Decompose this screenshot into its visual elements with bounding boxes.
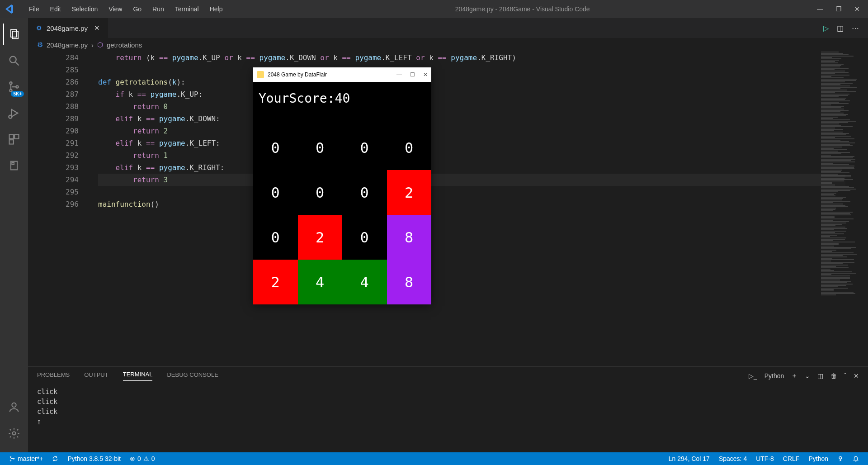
menu-view[interactable]: View: [103, 5, 127, 13]
game-cell: 0: [342, 125, 387, 170]
game-cell: 0: [253, 170, 298, 215]
menu-help[interactable]: Help: [204, 5, 228, 13]
breadcrumb[interactable]: ⚙ 2048game.py › ⬡ getrotations: [28, 38, 868, 52]
terminal-output[interactable]: clickclickclick▯: [28, 385, 868, 452]
menu-go[interactable]: Go: [127, 5, 147, 13]
game-cell: 0: [342, 170, 387, 215]
close-panel-icon[interactable]: ✕: [854, 372, 859, 380]
minimap[interactable]: [821, 52, 866, 366]
breadcrumb-symbol: getrotations: [107, 41, 142, 49]
status-eol[interactable]: CRLF: [778, 455, 804, 462]
svg-rect-1: [12, 31, 18, 38]
game-cell: 8: [387, 260, 432, 304]
menu-selection[interactable]: Selection: [66, 5, 104, 13]
svg-rect-10: [14, 135, 19, 139]
bookmark-icon[interactable]: [3, 155, 25, 176]
svg-rect-9: [9, 135, 14, 139]
tab-bar: ⚙ 2048game.py ✕ ▷ ◫ ⋯: [28, 18, 868, 38]
svg-point-8: [9, 115, 12, 119]
game-window-title: 2048 Game by DataFlair: [268, 71, 396, 78]
game-cell: 0: [342, 215, 387, 260]
bottom-panel: PROBLEMS OUTPUT TERMINAL DEBUG CONSOLE ▷…: [28, 366, 868, 452]
panel-tab-output[interactable]: OUTPUT: [84, 371, 108, 381]
game-cell: 0: [298, 125, 343, 170]
function-symbol-icon: ⬡: [97, 41, 103, 49]
status-cursor[interactable]: Ln 294, Col 17: [664, 455, 714, 462]
scm-badge: 5K+: [11, 91, 24, 97]
game-close-icon[interactable]: ✕: [423, 71, 428, 78]
new-terminal-icon[interactable]: ＋: [791, 372, 797, 380]
status-spaces[interactable]: Spaces: 4: [714, 455, 751, 462]
close-icon[interactable]: ✕: [854, 5, 860, 13]
svg-rect-0: [11, 30, 17, 37]
more-actions-icon[interactable]: ⋯: [852, 24, 859, 33]
split-editor-icon[interactable]: ◫: [837, 24, 844, 33]
minimize-icon[interactable]: —: [817, 5, 823, 13]
python-file-icon: ⚙: [36, 24, 42, 32]
menu-terminal[interactable]: Terminal: [170, 5, 204, 13]
svg-point-17: [10, 460, 11, 461]
panel-tab-terminal[interactable]: TERMINAL: [123, 371, 153, 381]
pygame-app-icon: [257, 71, 264, 78]
game-maximize-icon[interactable]: ☐: [410, 71, 415, 78]
extensions-icon[interactable]: [3, 128, 25, 150]
split-terminal-icon[interactable]: ◫: [817, 372, 823, 380]
run-debug-icon[interactable]: [3, 102, 25, 124]
game-cell: 2: [298, 215, 343, 260]
menu-edit[interactable]: Edit: [45, 5, 66, 13]
menu-run[interactable]: Run: [147, 5, 170, 13]
source-control-icon[interactable]: 5K+: [3, 76, 25, 98]
svg-point-15: [13, 432, 16, 435]
window-title: 2048game.py - 2048Game - Visual Studio C…: [228, 5, 817, 13]
game-cell: 8: [387, 215, 432, 260]
game-canvas[interactable]: YourScore:40 0000000202082448: [253, 82, 431, 304]
game-cell: 0: [387, 125, 432, 170]
python-file-icon: ⚙: [37, 41, 43, 49]
status-interpreter[interactable]: Python 3.8.5 32-bit: [63, 455, 125, 462]
line-number-gutter: 284285286287288289290291292293294295296: [28, 52, 91, 366]
run-file-icon[interactable]: ▷: [823, 24, 829, 33]
game-score: YourScore:40: [259, 91, 350, 106]
svg-marker-7: [11, 109, 18, 117]
svg-point-14: [12, 403, 16, 407]
code-content[interactable]: return (k == pygame.K_UP or k == pygame.…: [98, 52, 845, 366]
status-bar: master*+ Python 3.8.5 32-bit ⊗0 ⚠0 Ln 29…: [0, 452, 868, 465]
panel-tab-debug[interactable]: DEBUG CONSOLE: [167, 371, 218, 381]
game-grid: 0000000202082448: [253, 125, 431, 304]
game-cell: 4: [298, 260, 343, 304]
panel-tab-problems[interactable]: PROBLEMS: [37, 371, 70, 381]
svg-point-2: [10, 57, 16, 63]
status-branch[interactable]: master*+: [5, 455, 47, 462]
maximize-icon[interactable]: ❐: [836, 5, 842, 13]
svg-point-4: [9, 82, 12, 84]
terminal-shell-icon: ▷_: [749, 372, 757, 380]
game-minimize-icon[interactable]: —: [396, 71, 402, 78]
explorer-icon[interactable]: [3, 24, 25, 45]
status-problems[interactable]: ⊗0 ⚠0: [125, 455, 160, 462]
chevron-right-icon: ›: [91, 41, 94, 49]
menu-file[interactable]: File: [24, 5, 45, 13]
settings-gear-icon[interactable]: [3, 422, 25, 444]
game-cell: 0: [253, 125, 298, 170]
game-cell: 0: [298, 170, 343, 215]
code-editor[interactable]: 284285286287288289290291292293294295296 …: [28, 52, 868, 366]
terminal-split-chevron-icon[interactable]: ⌄: [805, 372, 810, 380]
status-bell-icon[interactable]: [848, 455, 863, 462]
status-sync-icon[interactable]: [47, 456, 63, 462]
account-icon[interactable]: [3, 396, 25, 418]
kill-terminal-icon[interactable]: 🗑: [830, 372, 837, 380]
breadcrumb-file: 2048game.py: [47, 41, 88, 49]
search-icon[interactable]: [3, 50, 25, 71]
game-window: 2048 Game by DataFlair — ☐ ✕ YourScore:4…: [253, 67, 431, 304]
status-lang[interactable]: Python: [804, 455, 833, 462]
status-encoding[interactable]: UTF-8: [751, 455, 778, 462]
main-editor-area: ⚙ 2048game.py ✕ ▷ ◫ ⋯ ⚙ 2048game.py › ⬡ …: [28, 18, 868, 452]
status-feedback-icon[interactable]: [833, 455, 848, 462]
maximize-panel-icon[interactable]: ˆ: [844, 372, 846, 380]
svg-line-3: [16, 62, 19, 66]
terminal-dropdown[interactable]: Python: [764, 372, 784, 380]
tab-close-icon[interactable]: ✕: [94, 24, 100, 32]
title-bar: File Edit Selection View Go Run Terminal…: [0, 0, 868, 18]
game-title-bar[interactable]: 2048 Game by DataFlair — ☐ ✕: [253, 67, 431, 82]
tab-2048game[interactable]: ⚙ 2048game.py ✕: [28, 18, 108, 38]
